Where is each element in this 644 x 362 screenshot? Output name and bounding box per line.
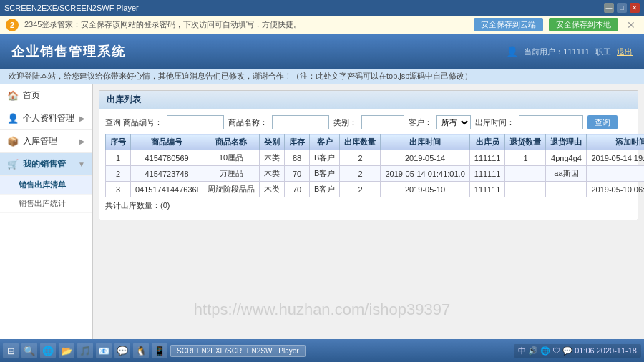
sidebar-item-personal-label: 个人资料管理 [23, 112, 74, 124]
minimize-button[interactable]: — [604, 3, 614, 13]
table-cell-8: 111111 [469, 166, 505, 182]
outbound-table: 序号 商品编号 商品名称 类别 库存 客户 出库数量 出库时间 出库员 退货数量 [105, 134, 644, 197]
tray-input-icon: 中 [518, 346, 526, 356]
table-cell-4: 70 [285, 166, 310, 182]
user-icon: 👤 [506, 46, 518, 57]
app-container: 企业销售管理系统 👤 当前用户：111111 职工 退出 欢迎登陆本站，给您建议… [0, 34, 644, 362]
tray-icon-3: 🛡 [552, 346, 560, 355]
table-cell-2: 万厘品 [203, 166, 260, 182]
personal-icon: 👤 [7, 113, 19, 124]
tray-date: 2020-11-18 [597, 346, 637, 355]
table-cell-6: 2 [340, 150, 381, 166]
table-cell-5: B客户 [310, 166, 340, 182]
notif-text: 2345登录管家：安全保存该网站的登录密码，下次访问可自动填写，方便快捷。 [24, 19, 468, 30]
taskbar-icon-1[interactable]: 🔍 [21, 343, 37, 358]
app-body: 🏠 首页 👤 个人资料管理 ▶ 📦 入库管理 ▶ 🛒 我的销售管 ▼ 销售出库清… [0, 84, 644, 362]
col-stock: 库存 [285, 134, 310, 150]
start-button[interactable]: ⊞ [3, 343, 19, 358]
table-cell-11: 2019-05-10 06:03:37.0 [587, 182, 644, 197]
taskbar: ⊞ 🔍 🌐 📂 🎵 📧 💬 🐧 📱 SCREEN2EXE/SCREEN2SWF … [0, 339, 644, 362]
type-label: 类别： [333, 117, 357, 128]
table-cell-7: 2019-05-14 [381, 150, 469, 166]
table-cell-2: 10厘品 [203, 150, 260, 166]
outbound-panel: 出库列表 查询 商品编号： 商品名称： 类别： 客户： 所有 [99, 90, 638, 220]
taskbar-icon-3[interactable]: 📂 [59, 343, 74, 358]
tray-icon-4: 💬 [562, 346, 572, 356]
inventory-icon: 📦 [7, 136, 19, 147]
sales-arrow-icon: ▼ [78, 160, 85, 168]
sidebar-item-sales-label: 我的销售管 [23, 158, 66, 170]
taskbar-icon-8[interactable]: 📱 [152, 343, 167, 358]
table-cell-8: 111111 [469, 182, 505, 197]
main-content: 出库列表 查询 商品编号： 商品名称： 类别： 客户： 所有 [93, 84, 644, 362]
user-label: 当前用户：111111 [524, 47, 590, 57]
table-cell-2: 周旋阶段品品 [203, 182, 260, 197]
panel-header: 出库列表 [99, 91, 638, 109]
notif-close-button[interactable]: ✕ [624, 19, 638, 31]
sidebar-subitem-outbound-list[interactable]: 销售出库清单 [0, 176, 92, 195]
date-label: 出库时间： [475, 117, 514, 128]
tray-icon-1: 🔊 [528, 346, 538, 356]
sidebar-item-personal[interactable]: 👤 个人资料管理 ▶ [0, 107, 92, 130]
search-button[interactable]: 查询 [587, 115, 618, 129]
sales-icon: 🛒 [7, 159, 19, 170]
customer-select[interactable]: 所有 [436, 115, 471, 129]
table-cell-9 [505, 166, 546, 182]
col-retreason: 退货理由 [546, 134, 587, 150]
marquee-bar: 欢迎登陆本站，给您建议给你带来好心情，其他压迫消息告们已修改，谢谢合作！（注：此… [0, 69, 644, 84]
taskbar-icon-7[interactable]: 🐧 [133, 343, 149, 358]
name-input[interactable] [272, 115, 329, 129]
table-cell-1: 04151741447636l [131, 182, 203, 197]
table-cell-1: 4154723748 [131, 166, 203, 182]
marquee-text: 欢迎登陆本站，给您建议给你带来好心情，其他压迫消息告们已修改，谢谢合作！（注：此… [9, 71, 472, 82]
table-cell-9: 1 [505, 150, 546, 166]
taskbar-icon-6[interactable]: 💬 [114, 343, 130, 358]
table-cell-0: 1 [106, 150, 131, 166]
notification-bar: 2 2345登录管家：安全保存该网站的登录密码，下次访问可自动填写，方便快捷。 … [0, 16, 644, 34]
title-bar-title: SCREEN2EXE/SCREEN2SWF Player [4, 4, 604, 12]
date-input[interactable] [519, 115, 583, 129]
summary-text: 共计出库数量：(0) [105, 201, 170, 210]
table-cell-4: 70 [285, 182, 310, 197]
table-cell-1: 4154780569 [131, 150, 203, 166]
sidebar-item-home-label: 首页 [23, 89, 40, 102]
col-outqty: 出库数量 [340, 134, 381, 150]
sidebar-subitem-outbound-stat[interactable]: 销售出库统计 [0, 195, 92, 213]
sys-tray: 中 🔊 🌐 🛡 💬 01:06 2020-11-18 [514, 344, 641, 358]
sku-input[interactable] [167, 115, 224, 129]
app-header: 企业销售管理系统 👤 当前用户：111111 职工 退出 [0, 34, 644, 69]
maximize-button[interactable]: □ [617, 3, 627, 13]
title-bar: SCREEN2EXE/SCREEN2SWF Player — □ ✕ [0, 0, 644, 16]
taskbar-icon-5[interactable]: 📧 [96, 343, 112, 358]
table-cell-10: 4png4g4 [546, 150, 587, 166]
table-row: 304151741447636l周旋阶段品品木类70B客户22019-05-10… [106, 182, 645, 197]
save-cloud-button[interactable]: 安全保存到云端 [474, 18, 543, 31]
col-retqty: 退货数量 [505, 134, 546, 150]
col-addtime: 添加时间 [587, 134, 644, 150]
sidebar-item-inventory[interactable]: 📦 入库管理 ▶ [0, 130, 92, 153]
taskbar-icon-4[interactable]: 🎵 [77, 343, 93, 358]
sidebar-item-inventory-label: 入库管理 [23, 135, 57, 147]
table-cell-6: 2 [340, 166, 381, 182]
sidebar-item-home[interactable]: 🏠 首页 [0, 84, 92, 107]
table-cell-7: 2019-05-14 01:41:01.0 [381, 166, 469, 182]
panel-body: 查询 商品编号： 商品名称： 类别： 客户： 所有 出库时间： 查询 [99, 109, 638, 220]
col-outtime: 出库时间 [381, 134, 469, 150]
taskbar-app-btn[interactable]: SCREEN2EXE/SCREEN2SWF Player [170, 345, 306, 357]
type-input[interactable] [361, 115, 404, 129]
table-cell-10: aa斯因 [546, 166, 587, 182]
col-name: 商品名称 [203, 134, 260, 150]
table-cell-11: 2019-05-14 19:23:05.0 [587, 150, 644, 166]
notif-icon: 2 [6, 19, 19, 31]
save-local-button[interactable]: 安全保存到本地 [549, 18, 618, 31]
table-cell-3: 木类 [260, 166, 285, 182]
role-label: 职工 [595, 47, 611, 57]
table-cell-0: 2 [106, 166, 131, 182]
close-button[interactable]: ✕ [630, 3, 640, 13]
sidebar-item-sales[interactable]: 🛒 我的销售管 ▼ [0, 153, 92, 176]
sku-label: 查询 商品编号： [105, 117, 162, 128]
table-cell-0: 3 [106, 182, 131, 197]
table-cell-3: 木类 [260, 182, 285, 197]
taskbar-icon-2[interactable]: 🌐 [40, 343, 56, 358]
logout-button[interactable]: 退出 [617, 47, 633, 57]
